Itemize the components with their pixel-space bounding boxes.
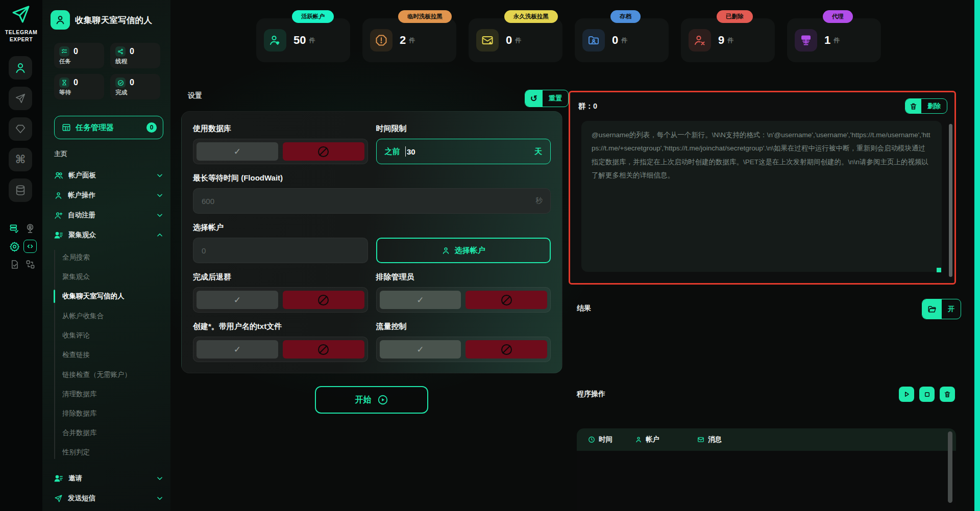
rail-premium-button[interactable] — [9, 117, 32, 141]
input-prefix: 之前 — [385, 147, 400, 157]
run-button[interactable] — [899, 387, 914, 402]
check-icon: ✓ — [416, 344, 424, 355]
stat-value: 0 — [74, 78, 78, 87]
toggle-no-option[interactable] — [283, 291, 364, 309]
toggle-traffic-control[interactable]: ✓ — [376, 337, 551, 362]
resize-handle[interactable] — [937, 268, 941, 272]
task-window-icon — [62, 123, 71, 132]
toggle-exclude-admins[interactable]: ✓ — [376, 287, 551, 313]
people-icon — [54, 171, 63, 180]
rail-database-button[interactable] — [9, 178, 32, 202]
code-window-icon[interactable] — [23, 240, 37, 253]
toggle-yes-option[interactable]: ✓ — [380, 291, 461, 309]
time-limit-input[interactable]: 之前 30 天 — [376, 139, 551, 164]
table-scrollbar[interactable] — [948, 431, 952, 503]
toggle-no-option[interactable] — [283, 340, 364, 359]
database-icon — [15, 185, 26, 196]
column-time: 时间 — [577, 435, 635, 444]
submenu-exclude-database[interactable]: 排除数据库 — [62, 407, 164, 420]
clear-log-button[interactable] — [940, 387, 955, 402]
person-icon — [54, 191, 63, 200]
groups-textarea[interactable] — [581, 121, 942, 272]
delete-button[interactable]: 删除 — [905, 98, 947, 114]
submenu-check-links[interactable]: 检查链接 — [62, 348, 164, 362]
groups-count-label: 群：0 — [578, 101, 597, 111]
stat-card-unit: 件 — [727, 36, 733, 45]
person-x-icon — [689, 29, 711, 52]
checklist-icon — [59, 46, 69, 57]
toggle-no-option[interactable] — [283, 142, 364, 161]
toggle-no-option[interactable] — [465, 291, 547, 309]
check-icon: ✓ — [234, 146, 241, 157]
toggle-create-txt[interactable]: ✓ — [193, 337, 368, 362]
sidebar-item-gather-audience[interactable]: 聚集观众 — [54, 227, 163, 243]
sidebar-item-home[interactable]: 主页 — [54, 149, 67, 159]
document-check-icon[interactable] — [8, 258, 21, 271]
operations-table: 时间 帐户 消息 — [577, 428, 956, 511]
sidebar-item-invite[interactable]: 邀请 — [54, 470, 163, 487]
submenu-collect-chat-writers[interactable]: 收集聊天室写信的人 — [62, 290, 164, 303]
submenu-merge-database[interactable]: 合并数据库 — [62, 426, 164, 440]
stat-value: 0 — [130, 78, 134, 87]
stat-done: 0 完成 — [110, 74, 160, 99]
support-person-icon[interactable] — [23, 222, 37, 235]
select-account-button[interactable]: 选择帐户 — [376, 238, 551, 263]
stat-card-temp-ban: 临时洗板拉黑 2 件 — [362, 10, 456, 62]
octagon-alert-icon — [370, 29, 393, 52]
open-results-button[interactable]: 开 — [922, 299, 961, 319]
stop-icon — [924, 391, 930, 398]
toggle-yes-option[interactable]: ✓ — [197, 291, 278, 309]
floodwait-input[interactable] — [193, 188, 551, 214]
submenu-gather-audience[interactable]: 聚集观众 — [62, 270, 164, 284]
stat-value: 0 — [130, 47, 134, 56]
field-label: 选择帐户 — [193, 223, 368, 233]
field-label: 流量控制 — [376, 322, 551, 331]
submenu-collect-comments[interactable]: 收集评论 — [62, 329, 164, 342]
column-message: 消息 — [697, 435, 956, 444]
sidebar-item-account-ops[interactable]: 帐户操作 — [54, 187, 163, 203]
sidebar-item-auto-register[interactable]: 自动注册 — [54, 207, 163, 223]
field-label: 时间限制 — [376, 124, 551, 134]
task-manager-button[interactable]: 任务管理器 0 — [54, 116, 163, 139]
reset-button[interactable]: ↺ 重置 — [525, 90, 569, 107]
toggle-no-option[interactable] — [465, 340, 547, 359]
submenu-global-search[interactable]: 全局搜索 — [62, 251, 164, 264]
swap-icon[interactable] — [23, 258, 37, 271]
status-badge: 存档 — [610, 10, 641, 23]
rail-accounts-button[interactable] — [9, 56, 32, 80]
sidebar-item-send-sms[interactable]: 发送短信 — [54, 490, 163, 506]
toggle-use-database[interactable]: ✓ — [193, 139, 368, 164]
start-button[interactable]: 开始 — [315, 386, 428, 414]
brand-name: TELEGRAMEXPERT — [0, 29, 42, 43]
toggle-leave-after-finish[interactable]: ✓ — [193, 287, 368, 313]
submenu-link-check-no-account[interactable]: 链接检查（无需账户） — [62, 368, 164, 381]
toggle-yes-option[interactable]: ✓ — [197, 340, 278, 359]
submenu-gender-detect[interactable]: 性别判定 — [62, 446, 164, 459]
gear-icon[interactable] — [8, 240, 21, 253]
block-icon — [501, 344, 512, 355]
telegram-logo-icon — [11, 4, 31, 24]
send-icon — [15, 93, 26, 104]
account-count-input[interactable] — [193, 238, 368, 263]
person-plus-icon — [54, 211, 63, 220]
submenu-clean-database[interactable]: 清理数据库 — [62, 388, 164, 401]
toggle-yes-option[interactable]: ✓ — [197, 142, 278, 161]
play-icon — [903, 391, 910, 398]
rail-command-button[interactable]: ⌘ — [9, 148, 32, 171]
main-content: 活跃帐户 50 件 临时洗板拉黑 2 件 永久洗板拉黑 0 件 存档 — [170, 0, 980, 511]
stop-button[interactable] — [919, 387, 935, 402]
send-icon — [54, 494, 63, 503]
table-body — [577, 451, 956, 511]
person-list-icon — [54, 231, 63, 240]
status-badge: 活跃帐户 — [292, 10, 334, 23]
sidebar-item-account-panel[interactable]: 帐户面板 — [54, 167, 163, 184]
toggle-yes-option[interactable]: ✓ — [380, 340, 461, 359]
page-scrollbar[interactable] — [974, 0, 980, 511]
status-badge: 永久洗板拉黑 — [504, 10, 558, 23]
check-icon: ✓ — [234, 344, 241, 355]
settings-panel: 使用数据库 ✓ 时间限制 之前 30 天 最长等待时间 (FloodWait) — [181, 111, 562, 373]
submenu-collect-from-account[interactable]: 从帐户收集合 — [62, 310, 164, 323]
rail-send-button[interactable] — [9, 87, 32, 110]
panel-scrollbar[interactable] — [949, 124, 952, 277]
server-check-icon[interactable] — [8, 222, 21, 235]
